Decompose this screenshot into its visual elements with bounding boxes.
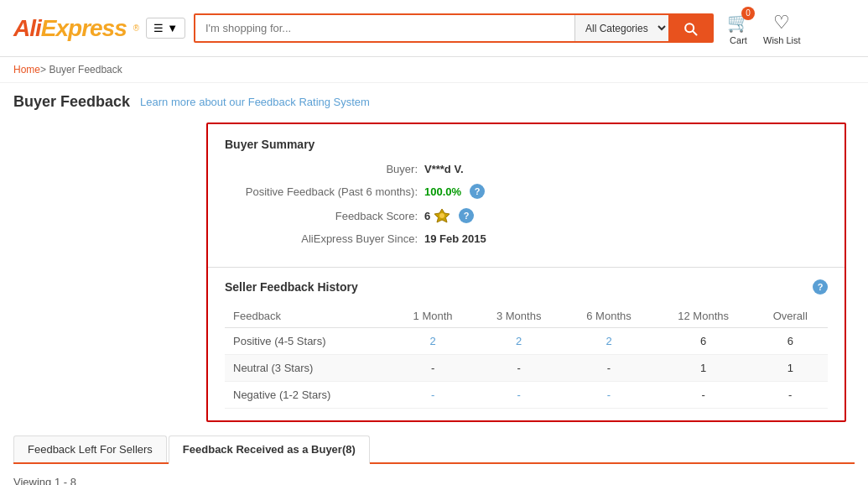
header-icons: 🛒 0 Cart ♡ Wish List [727,12,801,45]
positive-3m-link[interactable]: 2 [516,335,522,347]
row-neutral-overall: 1 [753,355,828,382]
row-positive-label: Positive (4-5 Stars) [225,328,392,355]
col-header-feedback: Feedback [225,305,392,328]
col-header-12months: 12 Months [654,305,753,328]
summary-box: Buyer Summary Buyer: V***d V. Positive F… [206,123,846,422]
menu-chevron-icon: ▼ [167,22,178,34]
table-header-row: Feedback 1 Month 3 Months 6 Months 12 Mo… [225,305,828,328]
row-negative-1m: - [392,382,474,409]
category-select[interactable]: All Categories [574,15,668,41]
search-input[interactable] [195,15,574,41]
col-header-1month: 1 Month [392,305,474,328]
breadcrumb: Home> Buyer Feedback [0,57,868,83]
row-neutral-6m: - [564,355,653,382]
row-positive-3m: 2 [474,328,564,355]
search-icon [682,20,699,37]
seller-history-title: Seller Feedback History [225,280,358,294]
table-row: Negative (1-2 Stars) - - - - - [225,382,828,409]
menu-button[interactable]: ☰ ▼ [146,18,185,39]
seller-history-help-icon[interactable]: ? [813,279,828,295]
svg-point-1 [439,213,444,218]
page-title-row: Buyer Feedback Learn more about our Feed… [13,93,855,111]
row-positive-1m: 2 [392,328,474,355]
positive-row: Positive Feedback (Past 6 months): 100.0… [225,184,828,199]
header: AliExpress ® ☰ ▼ All Categories 🛒 0 Cart… [0,0,868,57]
negative-3m-link[interactable]: - [517,389,521,401]
cart-badge: 0 [741,7,755,20]
row-negative-label: Negative (1-2 Stars) [225,382,392,409]
negative-6m-link[interactable]: - [607,389,611,401]
positive-value: 100.0% [424,185,461,198]
score-help-icon[interactable]: ? [459,208,474,223]
logo-text: AliExpress [13,15,127,42]
row-positive-6m: 2 [564,328,653,355]
heart-icon: ♡ [773,12,790,34]
cart-label: Cart [730,35,747,45]
search-bar: All Categories [194,13,714,43]
row-positive-12m: 6 [654,328,753,355]
page-content: Buyer Feedback Learn more about our Feed… [0,83,868,485]
breadcrumb-current: Buyer Feedback [49,64,122,76]
row-negative-12m: - [654,382,753,409]
learn-more-link[interactable]: Learn more about our Feedback Rating Sys… [140,96,370,108]
row-neutral-12m: 1 [654,355,753,382]
logo[interactable]: AliExpress ® [13,15,139,42]
buyer-value: V***d V. [424,163,464,175]
positive-1m-link[interactable]: 2 [429,335,435,347]
row-neutral-1m: - [392,355,474,382]
negative-1m-link[interactable]: - [431,389,434,401]
wishlist-label: Wish List [763,35,801,45]
row-neutral-label: Neutral (3 Stars) [225,355,392,382]
score-label: Feedback Score: [225,210,418,222]
tabs-row: Feedback Left For Sellers Feedback Recei… [13,435,855,464]
page-title: Buyer Feedback [13,93,130,111]
positive-label: Positive Feedback (Past 6 months): [225,185,418,198]
medal-icon [434,207,450,224]
score-value: 6 [424,210,430,222]
buyer-label: Buyer: [225,163,418,175]
logo-dot-accent: ® [133,23,139,33]
score-row: Feedback Score: 6 ? [225,207,828,224]
seller-history-header: Seller Feedback History ? [225,279,828,295]
since-row: AliExpress Buyer Since: 19 Feb 2015 [225,232,828,245]
since-value: 19 Feb 2015 [424,232,486,245]
table-row: Positive (4-5 Stars) 2 2 2 6 6 [225,328,828,355]
wishlist-button[interactable]: ♡ Wish List [763,12,801,45]
feedback-table: Feedback 1 Month 3 Months 6 Months 12 Mo… [225,305,828,409]
row-positive-overall: 6 [753,328,828,355]
col-header-3months: 3 Months [474,305,564,328]
col-header-overall: Overall [753,305,828,328]
col-header-6months: 6 Months [564,305,653,328]
table-row: Neutral (3 Stars) - - - 1 1 [225,355,828,382]
row-neutral-3m: - [474,355,564,382]
buyer-row: Buyer: V***d V. [225,163,828,175]
search-button[interactable] [668,15,712,41]
hamburger-icon: ☰ [153,22,164,34]
cart-button[interactable]: 🛒 0 Cart [727,12,750,45]
tab-feedback-received[interactable]: Feedback Received as a Buyer(8) [169,435,370,464]
buyer-summary-section: Buyer Summary Buyer: V***d V. Positive F… [208,124,845,268]
row-negative-overall: - [753,382,828,409]
viewing-info: Viewing 1 - 8 [13,471,855,485]
positive-help-icon[interactable]: ? [470,184,485,199]
row-negative-3m: - [474,382,564,409]
buyer-summary-title: Buyer Summary [225,138,828,151]
row-negative-6m: - [564,382,653,409]
breadcrumb-separator: > [40,64,46,76]
positive-6m-link[interactable]: 2 [606,335,611,347]
tab-feedback-left[interactable]: Feedback Left For Sellers [13,435,167,462]
breadcrumb-home[interactable]: Home [13,64,40,76]
since-label: AliExpress Buyer Since: [225,232,418,245]
seller-history-section: Seller Feedback History ? Feedback 1 Mon… [208,268,845,420]
